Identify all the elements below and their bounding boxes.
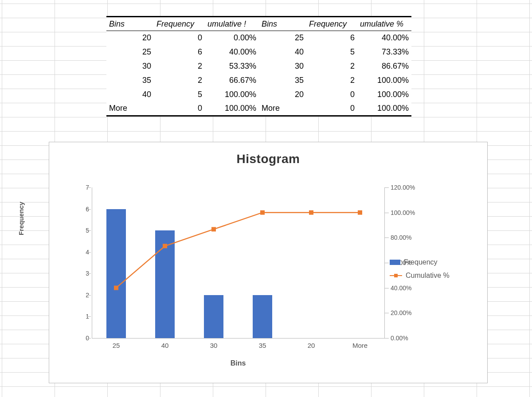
th-bins-right[interactable]: Bins [259, 17, 306, 31]
svg-rect-4 [309, 210, 313, 215]
cell[interactable]: More [106, 102, 154, 116]
th-cum-left[interactable]: umulative ! [205, 17, 259, 31]
cell[interactable]: 20 [106, 31, 154, 45]
y1-tick-label: 4 [65, 249, 89, 256]
cell[interactable]: 100.00% [357, 74, 411, 88]
table-row[interactable]: 20 0 0.00% 25 6 40.00% [106, 31, 411, 45]
cell[interactable]: 100.00% [357, 102, 411, 116]
x-tick-labels: 2540303520More [92, 342, 384, 352]
cell[interactable]: 5 [154, 88, 205, 102]
y1-tick-labels: 01234567 [65, 187, 89, 338]
cell[interactable]: 0 [306, 102, 357, 116]
cell[interactable]: 0 [306, 88, 357, 102]
svg-rect-3 [260, 210, 265, 215]
y2-tick-label: 20.00% [391, 309, 430, 316]
svg-rect-1 [163, 244, 167, 248]
cell[interactable]: 30 [259, 59, 306, 74]
y2-tick-label: 120.00% [391, 184, 430, 191]
legend-label: Cumulative % [406, 272, 450, 280]
y1-tick-label: 3 [65, 270, 89, 277]
x-tick-label: 35 [259, 342, 266, 349]
line-swatch-icon [390, 273, 402, 278]
y1-tick-label: 1 [65, 313, 89, 320]
cell[interactable]: 100.00% [357, 88, 411, 102]
table-row[interactable]: 30 2 53.33% 30 2 86.67% [106, 59, 411, 74]
y1-tick-label: 6 [65, 206, 89, 213]
histogram-chart[interactable]: Histogram 01234567 0.00%20.00%40.00%60.0… [49, 142, 488, 383]
frequency-table: Bins Frequency umulative ! Bins Frequenc… [106, 16, 411, 117]
y2-tick-label: 40.00% [391, 284, 430, 292]
cell[interactable]: 40 [259, 45, 306, 59]
cell[interactable]: 2 [306, 74, 357, 88]
bar-swatch-icon [390, 260, 400, 265]
th-freq-right[interactable]: Frequency [306, 17, 357, 31]
legend-label: Frequency [404, 258, 438, 266]
cell[interactable]: 30 [106, 59, 154, 74]
x-tick-label: 25 [113, 342, 120, 349]
cell[interactable]: 53.33% [205, 59, 259, 74]
y-axis-title: Frequency [17, 174, 25, 263]
cell[interactable]: 0 [154, 102, 205, 116]
x-tick-label: 30 [210, 342, 218, 349]
y2-tick-label: 80.00% [391, 234, 430, 241]
svg-rect-0 [114, 286, 118, 290]
cell[interactable]: 2 [154, 74, 205, 88]
cell[interactable]: 86.67% [357, 59, 411, 74]
th-bins-left[interactable]: Bins [106, 17, 154, 31]
y1-tick-label: 7 [65, 184, 89, 191]
x-tick-label: 20 [308, 342, 315, 349]
table-row[interactable]: 35 2 66.67% 35 2 100.00% [106, 74, 411, 88]
table-row[interactable]: More 0 100.00% More 0 100.00% [106, 102, 411, 116]
cell[interactable]: 40.00% [205, 45, 259, 59]
svg-rect-5 [358, 210, 362, 215]
svg-rect-2 [211, 227, 216, 231]
y1-tick-label: 2 [65, 292, 89, 299]
cell[interactable]: 2 [154, 59, 205, 74]
cell[interactable]: 73.33% [357, 45, 411, 59]
cell[interactable]: 5 [306, 45, 357, 59]
y1-tick-label: 0 [65, 335, 89, 342]
cell[interactable]: 66.67% [205, 74, 259, 88]
cell[interactable]: 35 [106, 74, 154, 88]
cell[interactable]: 20 [259, 88, 306, 102]
cell[interactable]: 0 [154, 31, 205, 45]
th-freq-left[interactable]: Frequency [154, 17, 205, 31]
y2-ticks [384, 187, 389, 338]
y2-tick-label: 0.00% [391, 335, 430, 342]
cell[interactable]: 40.00% [357, 31, 411, 45]
x-axis-line [92, 338, 384, 339]
chart-legend: Frequency Cumulative % [390, 253, 450, 285]
cell[interactable]: 40 [106, 88, 154, 102]
chart-title: Histogram [49, 152, 487, 166]
y1-tick-label: 5 [65, 227, 89, 234]
cell[interactable]: 0.00% [205, 31, 259, 45]
cell[interactable]: 35 [259, 74, 306, 88]
x-axis-title: Bins [92, 359, 384, 367]
y2-tick-label: 100.00% [391, 209, 430, 216]
cell[interactable]: 100.00% [205, 88, 259, 102]
legend-item-frequency: Frequency [390, 258, 450, 266]
table-row[interactable]: 40 5 100.00% 20 0 100.00% [106, 88, 411, 102]
cell[interactable]: 6 [154, 45, 205, 59]
cell[interactable]: 25 [106, 45, 154, 59]
x-tick-label: 40 [161, 342, 169, 349]
th-cum-right[interactable]: umulative % [357, 17, 411, 31]
cell[interactable]: More [259, 102, 306, 116]
table-row[interactable]: 25 6 40.00% 40 5 73.33% [106, 45, 411, 59]
legend-item-cumulative: Cumulative % [390, 272, 450, 280]
cell[interactable]: 6 [306, 31, 357, 45]
x-tick-label: More [352, 342, 368, 349]
cumulative-line [92, 187, 384, 338]
cell[interactable]: 2 [306, 59, 357, 74]
cell[interactable]: 100.00% [205, 102, 259, 116]
y1-ticks [86, 187, 91, 338]
cell[interactable]: 25 [259, 31, 306, 45]
